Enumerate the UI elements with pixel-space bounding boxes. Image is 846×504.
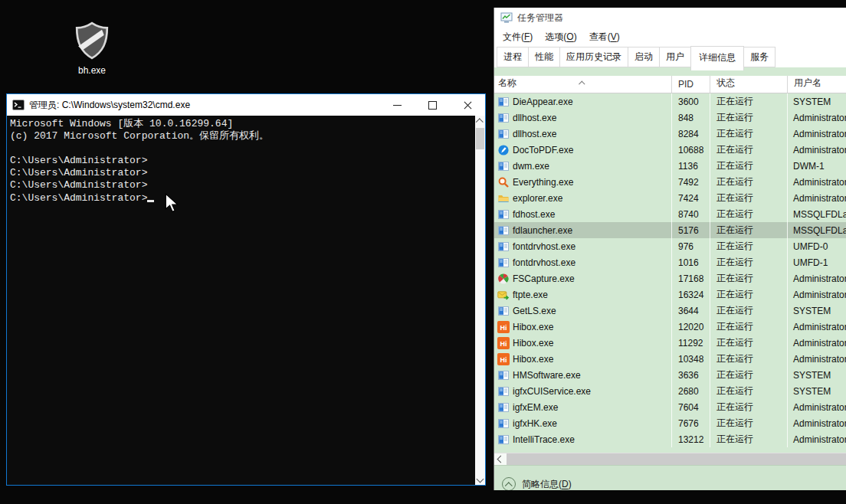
- username-cell: SYSTEM: [788, 383, 846, 399]
- username-cell: MSSQLFDLauncher: [788, 222, 846, 238]
- tab-1[interactable]: 性能: [528, 47, 560, 67]
- username-cell: MSSQLFDLauncher: [788, 206, 846, 222]
- table-row[interactable]: fontdrvhost.exe1016正在运行UMFD-1: [494, 254, 846, 270]
- menu-item-v[interactable]: 查看(V): [583, 28, 626, 46]
- minimize-button[interactable]: [379, 94, 415, 116]
- tab-6[interactable]: 服务: [743, 47, 776, 67]
- table-row[interactable]: dllhost.exe848正在运行Administrator: [494, 110, 846, 126]
- pid-cell: 8740: [672, 206, 710, 222]
- table-row[interactable]: explorer.exe7424正在运行Administrator: [494, 190, 846, 206]
- table-row[interactable]: fdhost.exe8740正在运行MSSQLFDLauncher: [494, 206, 846, 222]
- default-exe-icon: [497, 160, 510, 172]
- process-name: explorer.exe: [513, 193, 562, 204]
- scroll-up-button[interactable]: [475, 116, 485, 127]
- scroll-down-button[interactable]: [475, 473, 485, 485]
- default-exe-icon: [497, 241, 510, 253]
- column-header-0[interactable]: 名称: [494, 76, 672, 93]
- process-name-cell: HMSoftware.exe: [494, 367, 672, 383]
- username-cell: Administrator: [788, 286, 846, 303]
- process-name: DocToPDF.exe: [513, 145, 573, 155]
- username-cell: Administrator: [788, 142, 846, 158]
- table-row[interactable]: ftpte.exe16324正在运行Administrator: [494, 286, 846, 303]
- process-name: fontdrvhost.exe: [513, 257, 575, 268]
- tab-0[interactable]: 进程: [497, 47, 529, 67]
- tab-5[interactable]: 详细信息: [690, 46, 744, 70]
- horizontal-scrollbar[interactable]: [494, 453, 846, 465]
- table-row[interactable]: DocToPDF.exe10688正在运行Administrator: [494, 142, 846, 158]
- username-cell: Administrator: [788, 335, 846, 351]
- process-name: dwm.exe: [513, 161, 549, 172]
- default-exe-icon: [497, 417, 510, 430]
- default-exe-icon: [497, 257, 510, 269]
- process-name-cell: HiHibox.exe: [494, 335, 672, 351]
- table-row[interactable]: HiHibox.exe11292正在运行Administrator: [494, 335, 846, 351]
- process-name: FSCapture.exe: [513, 273, 575, 284]
- table-row[interactable]: HiHibox.exe10348正在运行Administrator: [494, 351, 846, 367]
- pid-cell: 17168: [672, 270, 710, 286]
- fewer-details-button[interactable]: 简略信息(D): [502, 477, 572, 490]
- table-row[interactable]: HiHibox.exe12020正在运行Administrator: [494, 319, 846, 335]
- menu-item-f[interactable]: 文件(F): [497, 28, 539, 46]
- status-cell: 正在运行: [710, 303, 788, 319]
- table-row[interactable]: HMSoftware.exe3636正在运行SYSTEM: [494, 367, 846, 383]
- task-manager-title: 任务管理器: [517, 11, 563, 25]
- terminal-output[interactable]: Microsoft Windows [版本 10.0.16299.64](c) …: [7, 116, 475, 485]
- username-cell: Administrator: [788, 415, 846, 431]
- username-cell: Administrator: [788, 319, 846, 335]
- table-row[interactable]: igfxCUIService.exe2680正在运行SYSTEM: [494, 383, 846, 399]
- hibox-icon: Hi: [497, 353, 510, 365]
- desktop-icon-bh[interactable]: bh.exe: [55, 21, 129, 76]
- table-row[interactable]: IntelliTrace.exe13212正在运行Administrator: [494, 431, 846, 447]
- process-name: dllhost.exe: [513, 129, 556, 139]
- desktop-icon-label: bh.exe: [55, 65, 129, 76]
- pid-cell: 7492: [672, 174, 710, 190]
- username-cell: UMFD-1: [788, 254, 846, 270]
- table-row[interactable]: igfxHK.exe7676正在运行Administrator: [494, 415, 846, 431]
- username-cell: SYSTEM: [788, 93, 846, 110]
- task-manager-titlebar: 任务管理器: [494, 8, 846, 28]
- task-manager-statusbar: 简略信息(D): [494, 465, 846, 490]
- svg-text:Hi: Hi: [500, 323, 507, 331]
- table-row[interactable]: GetLS.exe3644正在运行SYSTEM: [494, 303, 846, 319]
- scroll-left-button[interactable]: [494, 453, 507, 465]
- scrollbar-thumb[interactable]: [476, 128, 484, 149]
- tab-4[interactable]: 用户: [659, 47, 691, 67]
- menu-item-o[interactable]: 选项(O): [539, 28, 582, 46]
- table-row[interactable]: dwm.exe1136正在运行DWM-1: [494, 158, 846, 174]
- process-name-cell: dwm.exe: [494, 158, 672, 174]
- pid-cell: 10688: [672, 142, 710, 158]
- table-row[interactable]: DieAppear.exe3600正在运行SYSTEM: [494, 93, 846, 110]
- table-row[interactable]: fdlauncher.exe5176正在运行MSSQLFDLauncher: [494, 222, 846, 238]
- column-header-2[interactable]: 状态: [710, 76, 788, 93]
- pid-cell: 3600: [672, 93, 710, 110]
- pid-cell: 8284: [672, 126, 710, 142]
- status-cell: 正在运行: [710, 206, 788, 222]
- table-row[interactable]: FSCapture.exe17168正在运行Administrator: [494, 270, 846, 286]
- default-exe-icon: [497, 112, 510, 124]
- tab-2[interactable]: 应用历史记录: [559, 47, 628, 67]
- svg-text:Hi: Hi: [500, 355, 507, 363]
- tab-3[interactable]: 启动: [628, 47, 660, 67]
- process-name: Hibox.exe: [513, 354, 553, 365]
- column-header-3[interactable]: 用户名: [788, 76, 846, 93]
- table-row[interactable]: fontdrvhost.exe976正在运行UMFD-0: [494, 238, 846, 254]
- column-header-1[interactable]: PID: [672, 76, 710, 93]
- status-cell: 正在运行: [710, 190, 788, 206]
- content-gap: [494, 67, 846, 76]
- pid-cell: 848: [672, 110, 710, 126]
- maximize-button[interactable]: [415, 94, 450, 116]
- process-name: HMSoftware.exe: [513, 370, 581, 381]
- table-row[interactable]: igfxEM.exe7604正在运行Administrator: [494, 399, 846, 415]
- process-name: fdlauncher.exe: [513, 225, 572, 236]
- status-cell: 正在运行: [710, 286, 788, 303]
- horizontal-scrollbar-thumb[interactable]: [507, 453, 846, 465]
- close-button[interactable]: [450, 94, 485, 116]
- default-exe-icon: [497, 208, 510, 221]
- cmd-icon: [12, 99, 25, 111]
- task-manager-window: 任务管理器 文件(F)选项(O)查看(V) 进程性能应用历史记录启动用户详细信息…: [494, 8, 846, 490]
- table-row[interactable]: Everything.exe7492正在运行Administrator: [494, 174, 846, 190]
- status-cell: 正在运行: [710, 110, 788, 126]
- table-row[interactable]: dllhost.exe8284正在运行Administrator: [494, 126, 846, 142]
- cmd-vertical-scrollbar[interactable]: [475, 116, 485, 485]
- username-cell: SYSTEM: [788, 303, 846, 319]
